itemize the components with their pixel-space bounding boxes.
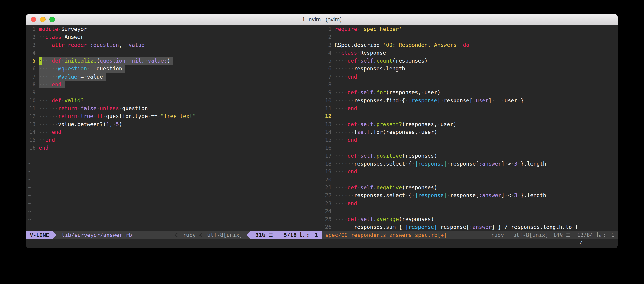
line-number: 4 bbox=[26, 49, 39, 57]
cursor-block: · bbox=[39, 57, 42, 65]
minimize-button[interactable] bbox=[40, 17, 46, 22]
code-line: 13····def·self.present?(responses,·user) bbox=[322, 120, 618, 128]
line-number: 24 bbox=[322, 207, 335, 215]
column-number: 1 bbox=[314, 231, 318, 239]
code-line: 13······value.between?(1,·5) bbox=[26, 120, 322, 128]
line-number: 5 bbox=[26, 57, 39, 65]
cursor-position-segment: 14% ☰ 12/84 ⌊N : 1 bbox=[553, 231, 618, 239]
tilde-marker: ~ bbox=[26, 160, 32, 168]
code-line: 12 bbox=[322, 112, 618, 120]
code-area-right[interactable]: 1require·'spec_helper'23RSpec.describe·'… bbox=[322, 25, 618, 231]
code-line: 10······responses.find·{·|response|·resp… bbox=[322, 97, 618, 104]
code-text: ······value.between?(1,·5) bbox=[39, 120, 122, 128]
line-number: 1 bbox=[322, 25, 335, 33]
code-text: ····def·self.negative(responses) bbox=[335, 184, 437, 191]
code-line: 24 bbox=[322, 207, 618, 215]
filler-line: ~ bbox=[26, 199, 322, 207]
line-number: 15 bbox=[26, 136, 39, 144]
tilde-marker: ~ bbox=[26, 207, 32, 215]
line-number: 1 bbox=[26, 25, 39, 33]
code-line: 23····end bbox=[322, 199, 618, 207]
line-number: 11 bbox=[26, 104, 39, 112]
close-button[interactable] bbox=[31, 17, 36, 22]
code-text: ······responses.sum·{·|response|·respons… bbox=[335, 223, 578, 231]
line-number: 12 bbox=[322, 112, 335, 120]
code-line: 9 bbox=[26, 88, 322, 96]
scroll-percent: 14% bbox=[553, 231, 563, 239]
filler-line: ~ bbox=[26, 215, 322, 223]
filler-line: ~ bbox=[26, 207, 322, 215]
line-number: 11 bbox=[322, 104, 335, 112]
powerline-arrow-icon bbox=[246, 231, 250, 239]
code-text: ····def·self.present?(responses,·user) bbox=[335, 120, 456, 128]
powerline-arrow-icon bbox=[53, 231, 56, 239]
pending-command: 4 bbox=[580, 239, 583, 247]
code-text: ····end bbox=[335, 73, 357, 81]
zoom-button[interactable] bbox=[49, 17, 55, 22]
code-area-left[interactable]: 1module·Surveyor2··class·Answer3····attr… bbox=[26, 25, 322, 231]
chevron-left-icon bbox=[199, 233, 204, 237]
line-number: 25 bbox=[322, 215, 335, 223]
code-line: 5····def·self.count(responses) bbox=[322, 57, 618, 65]
tilde-marker: ~ bbox=[26, 191, 32, 199]
line-number: 10 bbox=[26, 97, 39, 104]
line-number: 26 bbox=[322, 223, 335, 231]
line-position: 12/84 bbox=[577, 231, 593, 239]
code-text: ······@question·=·question bbox=[39, 65, 126, 73]
tilde-marker: ~ bbox=[26, 152, 32, 160]
line-number: 7 bbox=[26, 73, 39, 81]
separator-colon: : bbox=[603, 231, 606, 239]
editor-pane-right[interactable]: 1require·'spec_helper'23RSpec.describe·'… bbox=[322, 25, 618, 239]
line-number: 14 bbox=[26, 128, 39, 136]
code-text: ····end bbox=[335, 199, 357, 207]
code-text: ······return·false·unless·question bbox=[39, 104, 148, 112]
line-number: 13 bbox=[26, 120, 39, 128]
line-number: 21 bbox=[322, 184, 335, 191]
line-number: 6 bbox=[26, 65, 39, 73]
code-text: ······@value·=·value bbox=[39, 73, 106, 81]
filler-line: ~ bbox=[26, 191, 322, 199]
code-line: 4··class·Response bbox=[322, 49, 618, 57]
editor-content: 1module·Surveyor2··class·Answer3····attr… bbox=[26, 25, 618, 239]
filler-line: ~ bbox=[26, 184, 322, 191]
code-text: ····end bbox=[39, 81, 64, 88]
code-line: 15····end bbox=[322, 136, 618, 144]
line-number: 20 bbox=[322, 176, 335, 184]
code-line: 26······responses.sum·{·|response|·respo… bbox=[322, 223, 618, 231]
code-line: 10····def·valid? bbox=[26, 97, 322, 104]
code-text: ····def·self.average(responses) bbox=[335, 215, 434, 223]
line-number: 5 bbox=[322, 57, 335, 65]
code-line: 25····def·self.average(responses) bbox=[322, 215, 618, 223]
line-number: 17 bbox=[322, 152, 335, 160]
code-line: 8····end bbox=[26, 81, 322, 88]
filetype-label: ruby bbox=[182, 231, 197, 239]
file-path: lib/surveyor/answer.rb bbox=[59, 231, 173, 239]
code-text: ····attr_reader·:question,·:value bbox=[39, 41, 144, 49]
code-line: 15··end bbox=[26, 136, 322, 144]
line-number: 6 bbox=[322, 65, 335, 73]
code-text: module·Surveyor bbox=[39, 25, 87, 33]
line-number: 3 bbox=[26, 41, 39, 49]
window-titlebar[interactable]: 1. nvim . (nvim) bbox=[26, 14, 618, 25]
code-text: ····end bbox=[335, 168, 357, 175]
code-text: ····end bbox=[335, 136, 357, 144]
separator-colon: : bbox=[306, 231, 310, 239]
line-number: 16 bbox=[322, 144, 335, 152]
code-line: 3····attr_reader·:question,·:value bbox=[26, 41, 322, 49]
line-number: 13 bbox=[322, 120, 335, 128]
code-text: ······responses.select·{·|response|·resp… bbox=[335, 160, 546, 168]
code-line: 1require·'spec_helper' bbox=[322, 25, 618, 33]
editor-pane-left[interactable]: 1module·Surveyor2··class·Answer3····attr… bbox=[26, 25, 322, 239]
cursor-position-segment: 31% ☰ 5/16 ⌊N : 1 bbox=[250, 231, 322, 239]
code-line: 6······responses.length bbox=[322, 65, 618, 73]
line-number: 23 bbox=[322, 199, 335, 207]
tilde-marker: ~ bbox=[26, 176, 32, 184]
code-line: 8 bbox=[322, 81, 618, 88]
code-text: ··class·Response bbox=[335, 49, 386, 57]
traffic-lights bbox=[31, 17, 55, 22]
line-number-icon: ⌊N bbox=[299, 230, 304, 240]
line-number: 9 bbox=[26, 88, 39, 96]
command-line: 4 bbox=[26, 239, 618, 248]
code-line: 2··class·Answer bbox=[26, 33, 322, 41]
filler-line: ~ bbox=[26, 223, 322, 231]
